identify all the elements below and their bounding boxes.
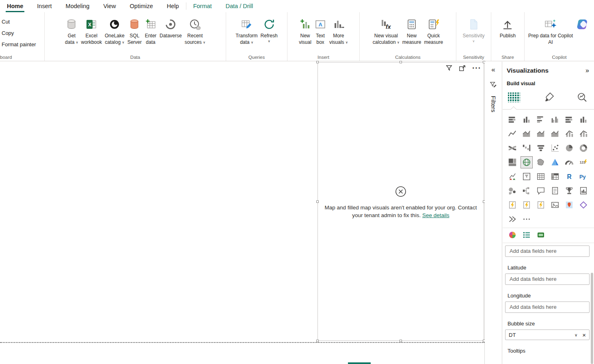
visual-type-stacked-area-chart[interactable] <box>535 128 547 140</box>
visual-type-donut-chart[interactable] <box>577 142 590 154</box>
new-visual-button[interactable]: New visual <box>298 16 312 46</box>
resize-handle-nw[interactable] <box>316 61 319 63</box>
visual-type-hundred-stacked-bar-chart[interactable] <box>563 114 575 126</box>
horizontal-scrollbar-thumb[interactable] <box>348 362 371 364</box>
visual-type-clustered-bar-chart[interactable] <box>535 114 547 126</box>
tab-data-drill[interactable]: Data / Drill <box>219 0 260 12</box>
filters-pane-title[interactable]: Filters <box>490 96 497 112</box>
visual-type-power-apps[interactable] <box>577 199 590 211</box>
visual-type-line-chart[interactable] <box>506 128 518 140</box>
chip-dropdown-icon[interactable]: ∨ <box>575 333 577 337</box>
visual-type-filled-map[interactable] <box>535 156 547 168</box>
cut-button[interactable]: Cut <box>2 19 44 25</box>
format-visual-tab[interactable] <box>544 92 554 103</box>
visual-type-azure-map[interactable] <box>549 156 561 168</box>
visual-filter-icon[interactable] <box>445 64 453 72</box>
visual-type-gauge[interactable] <box>563 156 575 168</box>
visual-type-pie-chart[interactable] <box>563 142 575 154</box>
expand-filters-icon[interactable]: « <box>491 66 495 74</box>
prep-data-for-copilot-button[interactable]: Prep data for Copilot AI <box>527 16 574 46</box>
visual-type-waterfall-chart[interactable] <box>521 142 533 154</box>
collapse-pane-icon[interactable]: » <box>585 67 589 74</box>
bubble-size-field-chip[interactable]: DT ∨ × <box>505 330 590 340</box>
visual-type-hundred-stacked-area-chart[interactable] <box>549 128 561 140</box>
new-visual-calculation-button[interactable]: fx New visual calculation ∨ <box>372 16 400 46</box>
visual-type-get-more-visuals[interactable] <box>521 213 533 225</box>
resize-handle-n[interactable] <box>400 61 402 63</box>
filter-pencil-icon[interactable] <box>490 81 497 90</box>
onelake-catalog-button[interactable]: OneLake catalog ∨ <box>104 16 125 46</box>
visual-type-stacked-bar-chart[interactable] <box>506 114 518 126</box>
transform-data-button[interactable]: Transform data ∨ <box>235 16 258 46</box>
visual-type-ribbon-chart[interactable] <box>506 142 518 154</box>
visual-type-lightning-visual-2[interactable] <box>521 199 533 211</box>
visual-type-slicer[interactable] <box>521 170 533 183</box>
map-visual-container[interactable]: ··· Map and filled map visuals aren't en… <box>318 62 484 341</box>
publish-button[interactable]: Publish <box>499 16 516 40</box>
visual-type-stacked-column-chart[interactable] <box>521 114 533 126</box>
refresh-button[interactable]: Refresh ∨ <box>260 16 279 44</box>
visual-type-kpi[interactable] <box>506 170 518 183</box>
resize-handle-w[interactable] <box>316 200 319 203</box>
visual-type-paginated-report[interactable] <box>577 185 590 197</box>
visual-type-arcgis-map[interactable] <box>563 199 575 211</box>
visual-type-map[interactable] <box>521 156 533 168</box>
visual-type-funnel-chart[interactable] <box>535 142 547 154</box>
visual-type-clustered-column-chart[interactable] <box>549 114 561 126</box>
copilot-visual-icon[interactable] <box>508 231 516 239</box>
button-slicer-icon[interactable] <box>537 231 545 239</box>
sql-server-button[interactable]: SQL Server <box>127 16 143 46</box>
visual-type-more-visual-arrow[interactable] <box>506 213 518 225</box>
pane-scrollbar-thumb[interactable] <box>591 273 593 364</box>
list-slicer-icon[interactable] <box>523 231 531 239</box>
visual-type-q-and-a[interactable] <box>535 185 547 197</box>
excel-workbook-button[interactable]: X Excel workbook <box>80 16 103 46</box>
see-details-link[interactable]: See details <box>422 212 449 218</box>
get-data-button[interactable]: Get data ∨ <box>64 16 79 46</box>
visual-type-r-script-visual[interactable]: R <box>563 170 575 183</box>
tab-format[interactable]: Format <box>186 0 219 12</box>
focus-mode-icon[interactable] <box>459 64 466 72</box>
new-measure-button[interactable]: New measure <box>402 16 422 46</box>
visual-type-matrix[interactable] <box>549 170 561 183</box>
longitude-field-well[interactable]: Add data fields here <box>505 302 590 313</box>
tab-modeling[interactable]: Modeling <box>59 0 97 12</box>
quick-measure-button[interactable]: Quick measure <box>423 16 444 46</box>
tab-help[interactable]: Help <box>160 0 186 12</box>
visual-type-treemap[interactable] <box>506 156 518 168</box>
enter-data-button[interactable]: Enter data <box>144 16 158 46</box>
visual-type-smart-narrative[interactable] <box>549 185 561 197</box>
visual-type-line-and-stacked-column-chart[interactable] <box>563 128 575 140</box>
tab-view[interactable]: View <box>96 0 123 12</box>
location-field-well[interactable]: Add data fields here <box>505 246 590 257</box>
more-options-icon[interactable]: ··· <box>472 64 481 72</box>
visual-type-table[interactable] <box>535 170 547 183</box>
sensitivity-button[interactable]: Sensitivity ∨ <box>462 16 485 44</box>
tab-home[interactable]: Home <box>0 0 30 12</box>
visual-type-decomposition-tree[interactable] <box>521 185 533 197</box>
report-canvas[interactable]: ··· Map and filled map visuals aren't en… <box>0 62 485 364</box>
visual-type-card[interactable]: 123 <box>577 156 590 168</box>
visual-type-python-visual[interactable]: Py <box>577 170 590 183</box>
copy-button[interactable]: Copy <box>2 30 44 36</box>
latitude-field-well[interactable]: Add data fields here <box>505 274 590 285</box>
build-visual-tab[interactable] <box>508 92 521 103</box>
visual-type-line-and-clustered-column-chart[interactable] <box>577 128 590 140</box>
recent-sources-button[interactable]: Recent sources ∨ <box>184 16 206 46</box>
text-box-button[interactable]: A Text box <box>313 16 327 46</box>
visual-type-scatter-chart[interactable] <box>549 142 561 154</box>
tab-insert[interactable]: Insert <box>30 0 58 12</box>
resize-handle-sw[interactable] <box>316 340 319 342</box>
visual-type-metrics[interactable] <box>563 185 575 197</box>
dataverse-button[interactable]: Dataverse <box>159 16 183 40</box>
visual-type-area-chart[interactable] <box>521 128 533 140</box>
visual-type-key-influencers[interactable] <box>506 185 518 197</box>
visual-type-hundred-stacked-column-chart[interactable] <box>577 114 590 126</box>
more-visuals-button[interactable]: More visuals ∨ <box>328 16 349 46</box>
tab-optimize[interactable]: Optimize <box>123 0 160 12</box>
copilot-button[interactable] <box>575 16 591 34</box>
analytics-tab[interactable] <box>577 92 588 103</box>
visual-type-image-visual[interactable] <box>549 199 561 211</box>
chip-remove-icon[interactable]: × <box>582 332 586 338</box>
format-painter-button[interactable]: Format painter <box>2 41 44 47</box>
